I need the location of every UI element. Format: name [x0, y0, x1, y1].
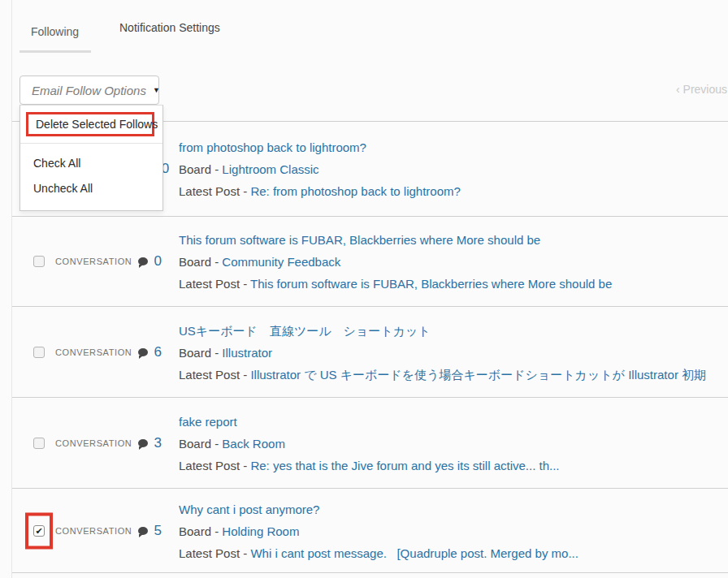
- comment-bubble-icon: [138, 527, 148, 535]
- conversation-title-link[interactable]: USキーボード 直線ツール ショートカット: [179, 323, 431, 337]
- conversation-type-label: CONVERSATION: [55, 257, 132, 266]
- latest-post-link[interactable]: Whi i cant post message. [Quadruple post…: [250, 546, 578, 559]
- latest-post-link[interactable]: This forum software is FUBAR, Blackberri…: [250, 277, 612, 291]
- row-meta: CONVERSATION 3: [55, 435, 162, 451]
- comment-count: 0: [154, 253, 161, 270]
- follow-row: CONVERSATION 0 This forum software is FU…: [12, 216, 728, 306]
- conversation-title-link[interactable]: Why cant i post anymore?: [179, 502, 319, 515]
- follow-row: CONVERSATION 6 USキーボード 直線ツール ショートカット Boa…: [12, 306, 728, 397]
- email-follow-options-button[interactable]: Email Follow Options ▼: [20, 75, 159, 105]
- board-prefix: Board -: [179, 345, 222, 359]
- annotation-box-delete-selected: Delete Selected Follows: [26, 112, 154, 136]
- row-content: Why cant i post anymore? Board - Holding…: [179, 498, 728, 563]
- board-prefix: Board -: [179, 255, 222, 269]
- menu-divider: [20, 143, 162, 144]
- comment-count: 3: [154, 435, 161, 451]
- comment-bubble-icon: [138, 439, 148, 447]
- latest-post-prefix: Latest Post -: [179, 546, 250, 559]
- board-prefix: Board -: [179, 162, 222, 176]
- comment-bubble-icon: [138, 257, 148, 265]
- conversation-title-link[interactable]: from photoshop back to lightroom?: [179, 140, 366, 154]
- row-checkbox[interactable]: [33, 438, 45, 449]
- caret-down-icon: ▼: [153, 87, 160, 94]
- email-follow-options-label: Email Follow Options: [32, 84, 146, 97]
- latest-post-prefix: Latest Post -: [179, 367, 250, 381]
- board-link[interactable]: Lightroom Classic: [222, 162, 318, 176]
- board-prefix: Board -: [179, 524, 222, 537]
- row-checkbox[interactable]: [33, 347, 45, 358]
- row-meta: CONVERSATION 0: [55, 253, 162, 270]
- comment-count: 5: [154, 523, 161, 539]
- conversation-title-link[interactable]: fake report: [179, 414, 237, 428]
- tab-following[interactable]: Following: [31, 25, 79, 38]
- pagination-previous-link[interactable]: ‹ Previous: [676, 83, 727, 96]
- row-checkbox[interactable]: [33, 256, 45, 267]
- follow-row: ✔ CONVERSATION 5 Why cant i post anymore…: [12, 488, 728, 572]
- email-follow-options-menu: Delete Selected Follows Check All Unchec…: [20, 105, 163, 211]
- row-content: from photoshop back to lightroom? Board …: [179, 136, 728, 202]
- menu-item-uncheck-all[interactable]: Uncheck All: [20, 175, 162, 201]
- board-link[interactable]: Back Room: [222, 436, 285, 450]
- latest-post-prefix: Latest Post -: [179, 277, 250, 291]
- row-content: This forum software is FUBAR, Blackberri…: [179, 229, 728, 295]
- conversation-type-label: CONVERSATION: [55, 347, 132, 357]
- follow-row: CONVERSATION 3 fake report Board - Back …: [12, 397, 728, 488]
- board-link[interactable]: Community Feedback: [222, 255, 340, 269]
- comment-count: 6: [154, 344, 161, 360]
- menu-item-check-all[interactable]: Check All: [20, 150, 162, 175]
- latest-post-prefix: Latest Post -: [179, 458, 250, 472]
- active-tab-underline: [20, 50, 91, 53]
- latest-post-link[interactable]: Re: yes that is the Jive forum and yes i…: [250, 458, 559, 472]
- conversation-title-link[interactable]: This forum software is FUBAR, Blackberri…: [179, 233, 540, 247]
- row-content: fake report Board - Back Room Latest Pos…: [179, 410, 728, 476]
- latest-post-link[interactable]: Re: from photoshop back to lightroom?: [250, 184, 460, 198]
- comment-bubble-icon: [138, 348, 148, 356]
- board-link[interactable]: Holding Room: [222, 524, 299, 537]
- row-meta: CONVERSATION 6: [55, 344, 162, 360]
- tab-notification-settings[interactable]: Notification Settings: [119, 21, 220, 34]
- following-page: Following Notification Settings Email Fo…: [11, 0, 728, 578]
- conversation-type-label: CONVERSATION: [55, 526, 132, 536]
- board-prefix: Board -: [179, 436, 222, 450]
- board-link[interactable]: Illustrator: [222, 345, 272, 359]
- row-content: USキーボード 直線ツール ショートカット Board - Illustrato…: [179, 319, 728, 385]
- latest-post-link[interactable]: Illustrator で US キーボードを使う場合キーボードショートカットが…: [250, 367, 706, 381]
- latest-post-prefix: Latest Post -: [179, 184, 250, 198]
- row-meta: CONVERSATION 5: [55, 523, 162, 539]
- menu-item-delete-selected-follows[interactable]: Delete Selected Follows: [36, 118, 145, 131]
- conversation-type-label: CONVERSATION: [55, 438, 132, 448]
- annotation-box-checked-checkbox: [25, 512, 53, 549]
